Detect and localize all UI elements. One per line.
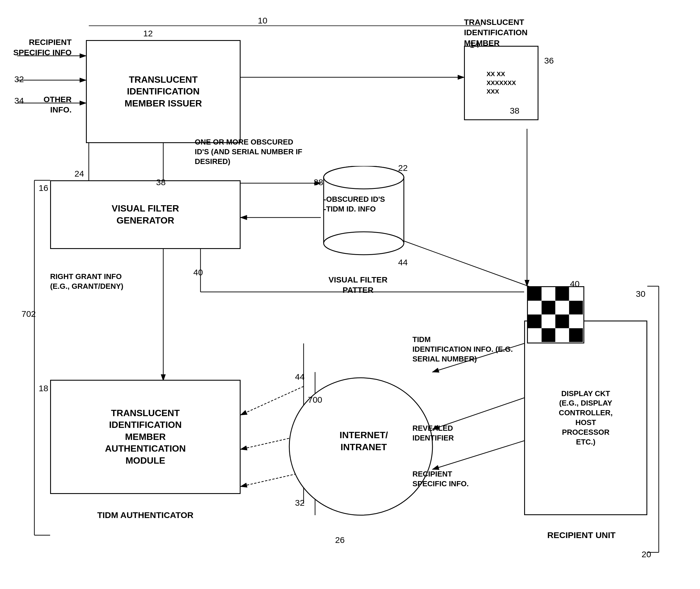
display-box: DISPLAY CKT (E.G., DISPLAY CONTROLLER, H… <box>524 321 647 515</box>
issuer-label: TRANSLUCENT IDENTIFICATION MEMBER ISSUER <box>125 74 202 110</box>
svg-rect-42 <box>555 287 569 301</box>
svg-rect-52 <box>528 328 542 342</box>
translucent-id-member-label: TRANSLUCENT IDENTIFICATION MEMBER <box>464 17 573 48</box>
issuer-box: TRANSLUCENT IDENTIFICATION MEMBER ISSUER <box>86 40 241 143</box>
checkered-svg <box>528 287 583 343</box>
ref-38a: 38 <box>156 177 165 187</box>
svg-rect-46 <box>555 301 569 315</box>
ref-38c: 38 <box>510 106 519 116</box>
ref-44a: 44 <box>295 372 304 382</box>
svg-rect-40 <box>528 287 542 301</box>
ref-14: 14 <box>470 40 479 50</box>
ref-26: 26 <box>335 535 344 545</box>
svg-rect-45 <box>542 301 555 315</box>
auth-box: TRANSLUCENT IDENTIFICATION MEMBER AUTHEN… <box>50 380 241 494</box>
ref-32b: 32 <box>295 498 304 508</box>
ref-40b: 40 <box>570 279 579 289</box>
tidm-text: XX XXXXXXXXXXXX <box>486 70 516 96</box>
ref-702: 702 <box>21 309 36 319</box>
vfg-box: VISUAL FILTER GENERATOR <box>50 180 241 249</box>
tidm-id-info-label: TIDM IDENTIFICATION INFO. (E.G. SERIAL N… <box>412 335 521 364</box>
svg-rect-54 <box>555 328 569 342</box>
database-content-label: -OBSCURED ID'S -TIDM ID. INFO <box>324 195 404 214</box>
ref-12: 12 <box>143 29 153 38</box>
auth-label: TRANSLUCENT IDENTIFICATION MEMBER AUTHEN… <box>105 407 185 467</box>
ref-18: 18 <box>39 384 48 393</box>
svg-rect-44 <box>528 301 542 315</box>
ref-20: 20 <box>642 550 651 559</box>
svg-rect-53 <box>542 328 555 342</box>
visual-filter-pattern-label: VISUAL FILTER PATTER <box>315 275 401 296</box>
ref-34: 34 <box>14 96 24 106</box>
revealed-identifier-label: REVEALED IDENTIFIER <box>412 424 499 443</box>
ref-38b: 38 <box>314 177 323 187</box>
ref-44b: 44 <box>398 257 408 267</box>
checkered-display <box>527 286 584 344</box>
svg-rect-51 <box>569 315 583 328</box>
ref-32a: 32 <box>14 74 24 84</box>
svg-rect-43 <box>569 287 583 301</box>
display-label: DISPLAY CKT (E.G., DISPLAY CONTROLLER, H… <box>559 389 613 447</box>
ref-22: 22 <box>398 163 408 173</box>
obscured-ids-label: ONE OR MORE OBSCURED ID'S (AND SERIAL NU… <box>195 137 338 166</box>
ref-40a: 40 <box>193 267 203 277</box>
right-grant-info-label: RIGHT GRANT INFO (E.G., GRANT/DENY) <box>50 272 179 291</box>
internet-label: INTERNET/ INTRANET <box>315 429 412 453</box>
vfg-label: VISUAL FILTER GENERATOR <box>112 203 179 226</box>
svg-rect-41 <box>542 287 555 301</box>
ref-30: 30 <box>636 289 645 299</box>
svg-point-39 <box>324 166 404 189</box>
ref-16: 16 <box>39 183 48 193</box>
svg-rect-48 <box>528 315 542 328</box>
svg-line-14 <box>387 235 544 292</box>
tidm-card: XX XXXXXXXXXXXX <box>464 46 539 120</box>
tidm-authenticator-label: TIDM AUTHENTICATOR <box>50 510 241 521</box>
svg-rect-55 <box>569 328 583 342</box>
recipient-specific-info-label: RECIPIENT SPECIFIC INFO <box>6 37 72 58</box>
svg-point-38 <box>324 232 404 255</box>
recipient-unit-label: RECIPIENT UNIT <box>516 530 647 541</box>
svg-line-25 <box>432 441 524 469</box>
svg-rect-50 <box>555 315 569 328</box>
recipient-specific-info2-label: RECIPIENT SPECIFIC INFO. <box>412 469 513 489</box>
ref-36: 36 <box>544 56 554 65</box>
svg-rect-49 <box>542 315 555 328</box>
ref-24: 24 <box>75 169 84 179</box>
ref-10: 10 <box>258 16 267 25</box>
diagram-container: TRANSLUCENT IDENTIFICATION MEMBER ISSUER… <box>0 0 700 589</box>
ref-700: 700 <box>308 395 322 405</box>
svg-rect-47 <box>569 301 583 315</box>
